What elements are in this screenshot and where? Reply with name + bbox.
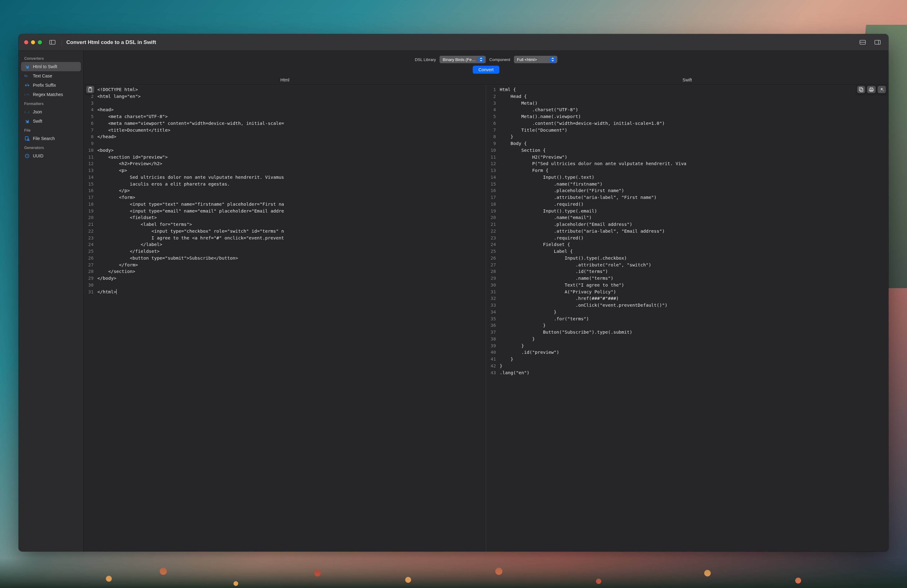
sidebar-item-uuid[interactable]: UUID <box>21 151 81 160</box>
code-area: 1 2 3 4 5 6 7 8 9 10 11 12 13 14 15 16 1… <box>84 84 888 551</box>
presuf-icon <box>24 82 30 88</box>
html-gutter: 1 2 3 4 5 6 7 8 9 10 11 12 13 14 15 16 1… <box>84 85 96 551</box>
printer-icon <box>869 87 874 92</box>
sidebar-group-header: Converters <box>21 54 81 62</box>
sidebar-item-label: Json <box>33 109 42 114</box>
sidebar-item-label: File Search <box>33 136 55 141</box>
svg-rect-11 <box>25 136 28 140</box>
split-horizontal-icon <box>860 40 866 45</box>
svg-point-23 <box>883 90 883 91</box>
convert-button[interactable]: Convert <box>473 66 499 74</box>
copy-icon <box>859 87 863 92</box>
swift-icon <box>24 64 30 69</box>
swift-icon <box>24 118 30 124</box>
svg-point-8 <box>27 83 27 84</box>
chevron-updown-icon <box>550 57 556 62</box>
wallpaper-flowers <box>0 551 907 588</box>
html-editor-pane[interactable]: 1 2 3 4 5 6 7 8 9 10 11 12 13 14 15 16 1… <box>84 85 486 551</box>
sidebar-item-label: UUID <box>33 153 43 158</box>
swift-code: Html { Head { Meta() .charset("UTF-8") M… <box>498 85 888 551</box>
format-button[interactable] <box>878 86 886 93</box>
html-code[interactable]: <!DOCTYPE html> <html lang="en"> <head> … <box>96 85 486 551</box>
app-window: Convert Html code to a DSL in Swift Conv… <box>19 34 888 551</box>
braces-icon: {..} <box>24 109 30 115</box>
control-bar: DSL Library Binary Birds (Fe… Component … <box>84 51 888 77</box>
svg-line-13 <box>29 140 29 141</box>
main-content: DSL Library Binary Birds (Fe… Component … <box>84 51 888 551</box>
titlebar-separator <box>62 39 62 46</box>
close-window-button[interactable] <box>24 40 28 44</box>
minimize-window-button[interactable] <box>31 40 35 44</box>
sidebar-group-header: Formatters <box>21 99 81 107</box>
left-pane-header: Html <box>84 77 486 82</box>
layout-mode-button[interactable] <box>857 38 868 46</box>
sidebar-item-swift-fmt[interactable]: Swift <box>21 117 81 126</box>
sidebar[interactable]: ConvertersHtml to SwiftAaText CasePrefix… <box>19 51 84 551</box>
target-icon <box>24 153 30 159</box>
svg-point-24 <box>880 91 881 91</box>
regex-icon: (.*) <box>24 92 30 97</box>
copy-button[interactable] <box>857 86 865 93</box>
svg-point-15 <box>27 155 27 157</box>
sidebar-item-file-search[interactable]: File Search <box>21 134 81 143</box>
paste-button[interactable] <box>86 86 94 93</box>
sidebar-icon <box>49 40 56 45</box>
svg-text:{..}: {..} <box>24 110 29 113</box>
svg-rect-0 <box>50 40 55 44</box>
svg-text:Aa: Aa <box>24 74 27 77</box>
sidebar-group-header: File <box>21 126 81 134</box>
dsl-library-label: DSL Library <box>415 57 436 62</box>
clipboard-icon <box>88 87 92 92</box>
sidebar-item-html-to-swift[interactable]: Html to Swift <box>21 62 81 71</box>
component-select[interactable]: Full <html> <box>514 56 557 63</box>
right-pane-header: Swift <box>486 77 888 82</box>
dsl-library-value: Binary Birds (Fe… <box>443 57 476 62</box>
pane-headers: Html Swift <box>84 77 888 84</box>
inspector-icon <box>875 40 881 45</box>
traffic-lights <box>19 40 47 44</box>
swift-output-pane[interactable]: 1 2 3 4 5 6 7 8 9 10 11 12 13 14 15 16 1… <box>486 85 888 551</box>
sidebar-item-json[interactable]: {..}Json <box>21 107 81 117</box>
sidebar-item-label: Html to Swift <box>33 64 57 69</box>
toggle-sidebar-button[interactable] <box>47 38 57 46</box>
sidebar-item-prefix-suffix[interactable]: Prefix Suffix <box>21 81 81 90</box>
component-label: Component <box>489 57 510 62</box>
sidebar-item-label: Regex Matches <box>33 92 63 97</box>
print-button[interactable] <box>867 86 876 93</box>
toggle-inspector-button[interactable] <box>872 38 883 46</box>
sidebar-item-text-case[interactable]: AaText Case <box>21 71 81 81</box>
titlebar: Convert Html code to a DSL in Swift <box>19 34 888 51</box>
sidebar-item-label: Text Case <box>33 74 52 78</box>
svg-rect-19 <box>860 88 863 92</box>
text-cursor <box>116 289 117 294</box>
sidebar-group-header: Generators <box>21 143 81 151</box>
window-title: Convert Html code to a DSL in Swift <box>65 39 156 46</box>
dsl-library-select[interactable]: Binary Birds (Fe… <box>439 56 486 63</box>
sidebar-item-label: Swift <box>33 119 42 124</box>
sidebar-item-label: Prefix Suffix <box>33 83 56 88</box>
chevron-updown-icon <box>478 57 484 62</box>
swift-gutter: 1 2 3 4 5 6 7 8 9 10 11 12 13 14 15 16 1… <box>486 85 498 551</box>
filesearch-icon <box>24 136 30 141</box>
aa-icon: Aa <box>24 73 30 79</box>
zoom-window-button[interactable] <box>38 40 42 44</box>
sidebar-item-regex-matches[interactable]: (.*)Regex Matches <box>21 90 81 99</box>
svg-rect-18 <box>859 87 862 91</box>
component-value: Full <html> <box>517 57 537 62</box>
svg-rect-4 <box>875 40 880 44</box>
sparkle-icon <box>880 87 884 92</box>
svg-text:(.*): (.*) <box>24 93 29 96</box>
svg-rect-21 <box>869 89 873 91</box>
